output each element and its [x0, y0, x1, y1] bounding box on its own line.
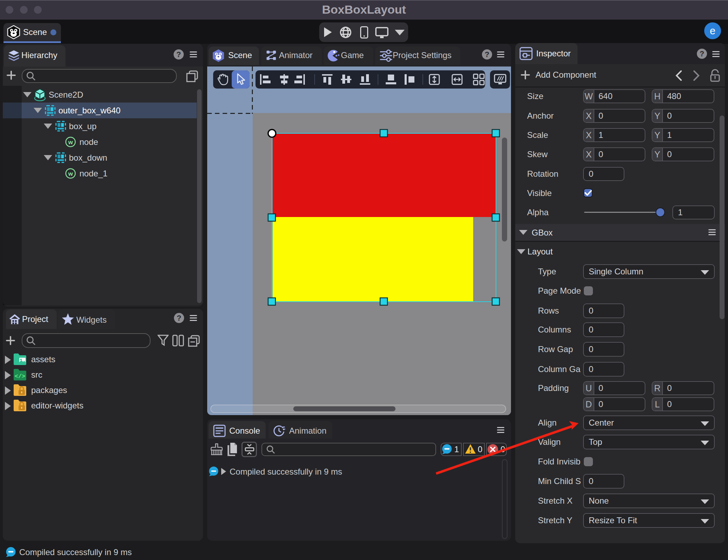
- svg-text:w: w: [68, 170, 73, 177]
- svg-text:</>: </>: [15, 373, 26, 380]
- svg-text:w: w: [68, 139, 73, 146]
